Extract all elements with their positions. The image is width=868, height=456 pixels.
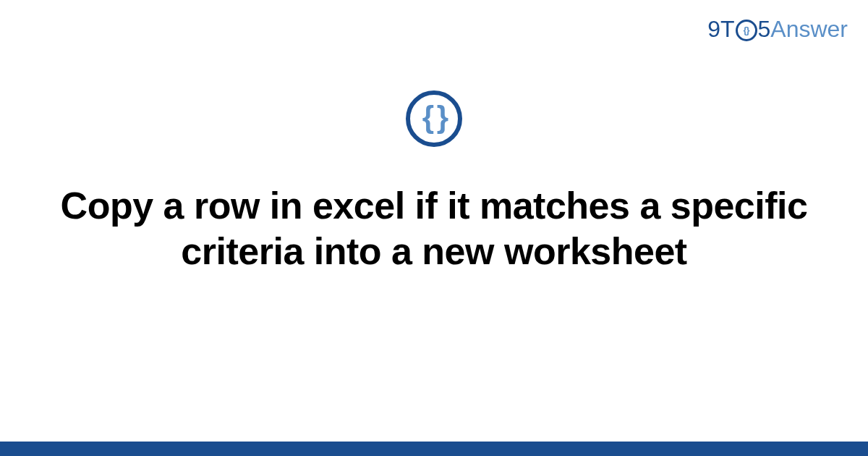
braces-glyph: { }	[422, 102, 446, 132]
logo-braces-icon: {}	[743, 25, 749, 35]
main-content: { } Copy a row in excel if it matches a …	[0, 90, 868, 275]
site-logo: 9T {} 5 Answer	[707, 16, 848, 43]
logo-text-9t: 9T	[707, 16, 734, 43]
logo-circle-icon: {}	[736, 20, 757, 41]
footer-bar	[0, 442, 868, 456]
logo-text-answer: Answer	[770, 16, 848, 43]
code-braces-icon: { }	[406, 90, 462, 147]
page-title: Copy a row in excel if it matches a spec…	[47, 183, 821, 275]
logo-text-5: 5	[758, 16, 771, 43]
